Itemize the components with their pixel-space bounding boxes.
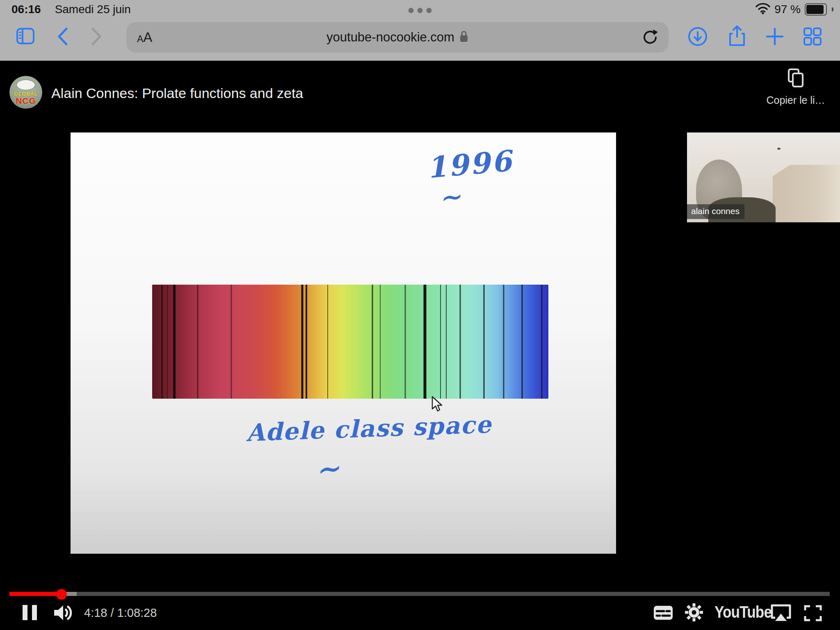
- progress-played: [9, 592, 62, 596]
- url-text: youtube-nocookie.com: [326, 30, 454, 45]
- clock: 06:16: [11, 3, 41, 16]
- address-bar[interactable]: AA youtube-nocookie.com: [126, 22, 669, 52]
- video-title[interactable]: Alain Connes: Prolate functions and zeta: [51, 85, 303, 101]
- progress-bar[interactable]: [9, 592, 830, 596]
- lock-icon: [459, 30, 468, 44]
- year-tilde: ∼: [437, 180, 462, 213]
- fullscreen-button[interactable]: [804, 605, 822, 621]
- volume-button[interactable]: [52, 603, 74, 623]
- progress-knob[interactable]: [56, 589, 67, 600]
- ceiling-mark: [777, 148, 781, 150]
- speaker-name-label: alain connes: [687, 204, 744, 219]
- settings-gear-button[interactable]: [684, 603, 704, 622]
- copy-link-button[interactable]: Copier le li…: [755, 68, 837, 106]
- status-bar-right: 97 %: [756, 3, 833, 16]
- ipad-screen: 06:16Samedi 25 juin 97 % AA: [0, 0, 840, 630]
- tab-overview-button[interactable]: [802, 26, 823, 47]
- avatar-graphic: [16, 80, 35, 90]
- time-display: 4:18 / 1:08:28: [84, 606, 157, 620]
- mouse-cursor: [431, 396, 445, 414]
- reload-button[interactable]: [642, 22, 659, 52]
- speaker-webcam-inset[interactable]: alain connes: [687, 132, 840, 222]
- share-button[interactable]: [727, 25, 747, 48]
- safari-chrome: 06:16Samedi 25 juin 97 % AA: [0, 0, 840, 61]
- copy-icon: [788, 68, 804, 89]
- new-tab-button[interactable]: [765, 27, 784, 46]
- video-player[interactable]: GLOBAL NCG Alain Connes: Prolate functio…: [0, 61, 840, 630]
- slide-surface[interactable]: 1996 ∼ Adele class space ∼: [71, 132, 616, 554]
- safari-toolbar: AA youtube-nocookie.com: [0, 18, 840, 61]
- back-button[interactable]: [56, 27, 70, 46]
- pause-button[interactable]: [23, 605, 37, 620]
- spectrum-image: [152, 285, 548, 399]
- forward-button[interactable]: [89, 27, 103, 46]
- copy-link-label: Copier le li…: [766, 94, 825, 106]
- youtube-wordmark[interactable]: YouTube: [714, 603, 772, 621]
- room-door: [773, 165, 840, 222]
- status-bar-left: 06:16Samedi 25 juin: [11, 3, 131, 16]
- handwritten-year: 1996: [425, 144, 514, 185]
- multitask-dots-icon: [409, 8, 432, 13]
- battery-percent: 97 %: [774, 3, 801, 16]
- handwritten-caption: Adele class space: [246, 411, 492, 447]
- downloads-button[interactable]: [687, 26, 708, 47]
- date: Samedi 25 juin: [55, 3, 131, 16]
- spectrum-lines: [152, 285, 548, 399]
- channel-avatar[interactable]: GLOBAL NCG: [9, 76, 42, 109]
- airplay-button[interactable]: [769, 604, 792, 622]
- battery-icon: [805, 3, 827, 16]
- sidebar-toggle-button[interactable]: [15, 25, 36, 47]
- wifi-icon: [756, 3, 770, 16]
- battery-nub: [832, 7, 833, 11]
- caption-tilde: ∼: [313, 450, 342, 488]
- captions-button[interactable]: [653, 605, 673, 621]
